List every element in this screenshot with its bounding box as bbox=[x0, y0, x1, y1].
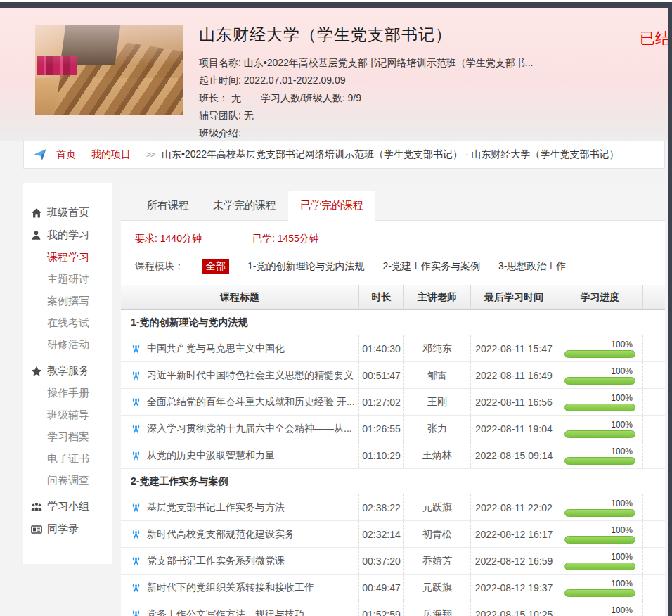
sidebar-item-label: 电子证书 bbox=[47, 452, 89, 464]
course-last-time: 2022-08-15 09:14 bbox=[470, 442, 557, 468]
course-last-time: 2022-08-15 10:25 bbox=[470, 601, 557, 616]
course-duration: 01:27:02 bbox=[358, 389, 403, 415]
module-filter-item-2[interactable]: 2-党建工作实务与案例 bbox=[382, 260, 479, 273]
course-title-link[interactable]: 新时代下的党组织关系转接和接收工作 bbox=[121, 575, 358, 601]
col-duration: 时长 bbox=[358, 285, 403, 309]
tab-unfinished-courses[interactable]: 未学完的课程 bbox=[201, 191, 288, 220]
course-title-link[interactable]: 党支部书记工作实务系列微党课 bbox=[121, 548, 358, 574]
breadcrumb-myprojects-link[interactable]: 我的项目 bbox=[91, 148, 131, 161]
col-last-time: 最后学习时间 bbox=[470, 285, 557, 309]
course-row: 习近平新时代中国特色社会主义思想的精髓要义00:51:47郇雷2022-08-1… bbox=[121, 362, 665, 389]
class-info-line: 班长： 无 学习人数/班级人数: 9/9 bbox=[199, 89, 595, 107]
sidebar-item-classmates[interactable]: 同学录 bbox=[23, 522, 112, 536]
course-teacher: 王刚 bbox=[403, 389, 470, 415]
course-title-link[interactable]: 基层党支部书记工作实务与方法 bbox=[121, 494, 358, 520]
sidebar-item-label: 学习档案 bbox=[47, 430, 89, 442]
course-duration: 01:52:59 bbox=[358, 601, 403, 616]
progress-percent: 100% bbox=[564, 526, 633, 535]
progress-percent: 100% bbox=[564, 499, 633, 508]
sidebar-item-class-home[interactable]: 班级首页 bbox=[23, 206, 112, 219]
sidebar-item-study-archive[interactable]: 学习档案 bbox=[23, 425, 112, 447]
course-title-link[interactable]: 深入学习贯彻党的十九届六中全会精神——从... bbox=[121, 416, 358, 442]
course-teacher: 元跃旗 bbox=[403, 575, 470, 601]
breadcrumb-trail[interactable]: 山东•2022年高校基层党支部书记网络培训示范班（学生党支部书记） · 山东财经… bbox=[162, 148, 619, 161]
breadcrumb: 首页 我的项目 >> 山东•2022年高校基层党支部书记网络培训示范班（学生党支… bbox=[23, 141, 665, 169]
sidebar-item-my-learning[interactable]: 我的学习 bbox=[23, 229, 112, 242]
tab-finished-courses[interactable]: 已学完的课程 bbox=[288, 191, 375, 221]
broadcast-tower-icon bbox=[131, 556, 141, 566]
tab-all-courses[interactable]: 所有课程 bbox=[135, 191, 201, 220]
broadcast-tower-icon bbox=[131, 397, 141, 407]
sidebar-item-case-writing[interactable]: 案例撰写 bbox=[23, 290, 112, 312]
sidebar-item-study-group[interactable]: 学习小组 bbox=[23, 500, 112, 513]
course-title-text: 从党的历史中汲取智慧和力量 bbox=[147, 449, 275, 462]
course-duration: 00:51:47 bbox=[358, 362, 403, 388]
broadcast-tower-icon bbox=[131, 609, 141, 616]
sidebar-item-class-tutoring[interactable]: 班级辅导 bbox=[23, 404, 112, 425]
study-stats: 要求: 1440分钟 已学: 1455分钟 bbox=[121, 221, 665, 250]
progress-percent: 100% bbox=[564, 579, 633, 589]
course-last-time: 2022-08-11 16:49 bbox=[470, 362, 557, 388]
course-row: 全面总结党的百年奋斗重大成就和历史经验 开...01:27:02王刚2022-0… bbox=[121, 389, 665, 416]
course-title-link[interactable]: 习近平新时代中国特色社会主义思想的精髓要义 bbox=[121, 362, 358, 388]
sidebar-item-operation-manual[interactable]: 操作手册 bbox=[23, 382, 112, 404]
course-last-time: 2022-08-11 16:56 bbox=[470, 389, 557, 415]
module-filter-item-1[interactable]: 1-党的创新理论与党内法规 bbox=[247, 260, 364, 273]
course-teacher: 郇雷 bbox=[403, 362, 470, 388]
course-progress: 100% bbox=[557, 521, 642, 547]
progress-bar bbox=[564, 377, 635, 385]
course-title-text: 党支部书记工作实务系列微党课 bbox=[147, 555, 285, 567]
sidebar-item-online-exam[interactable]: 在线考试 bbox=[23, 312, 112, 333]
course-title-text: 新时代下的党组织关系转接和接收工作 bbox=[147, 582, 314, 594]
course-title-link[interactable]: 中国共产党与马克思主义中国化 bbox=[121, 335, 358, 361]
course-teacher: 邓纯东 bbox=[403, 335, 470, 361]
course-progress: 100% bbox=[557, 362, 642, 388]
sidebar-item-training-activity[interactable]: 研修活动 bbox=[23, 333, 112, 355]
class-info: 山东财经大学（学生党支部书记） 项目名称: 山东•2022年高校基层党支部书记网… bbox=[199, 24, 595, 141]
progress-bar bbox=[564, 430, 635, 438]
sidebar-item-label: 主题研讨 bbox=[47, 273, 89, 285]
module-filter-item-3[interactable]: 3-思想政治工作 bbox=[498, 260, 566, 273]
sidebar-item-label: 问卷调查 bbox=[47, 474, 89, 486]
progress-bar bbox=[564, 404, 635, 411]
broadcast-tower-icon bbox=[131, 582, 141, 593]
progress-bar bbox=[564, 457, 635, 465]
course-title-text: 全面总结党的百年奋斗重大成就和历史经验 开... bbox=[147, 396, 355, 409]
course-title-link[interactable]: 从党的历史中汲取智慧和力量 bbox=[121, 442, 358, 468]
sidebar-item-teaching-service[interactable]: 教学服务 bbox=[23, 364, 112, 378]
sidebar-item-label: 同学录 bbox=[47, 522, 79, 536]
module-filter-label: 课程模块： bbox=[135, 260, 184, 273]
progress-percent: 100% bbox=[564, 553, 633, 562]
table-header: 课程标题 时长 主讲老师 最后学习时间 学习进度 bbox=[121, 285, 665, 310]
sidebar-item-questionnaire[interactable]: 问卷调查 bbox=[23, 469, 112, 491]
progress-percent: 100% bbox=[564, 447, 633, 456]
home-icon bbox=[31, 207, 42, 219]
course-progress: 100% bbox=[557, 416, 642, 442]
breadcrumb-home-link[interactable]: 首页 bbox=[56, 148, 76, 161]
module-filter-all[interactable]: 全部 bbox=[202, 259, 229, 274]
window-top-bar bbox=[0, 2, 672, 8]
course-progress: 100% bbox=[557, 442, 642, 468]
sidebar-item-label: 班级辅导 bbox=[47, 409, 89, 421]
course-tabs: 所有课程未学完的课程已学完的课程 bbox=[121, 183, 665, 221]
course-title-link[interactable]: 党务工作公文写作方法、规律与技巧 bbox=[121, 601, 358, 616]
course-title-text: 深入学习贯彻党的十九届六中全会精神——从... bbox=[147, 423, 352, 435]
class-info-lines: 项目名称: 山东•2022年高校基层党支部书记网络培训示范班（学生党支部书...… bbox=[199, 54, 595, 141]
course-title-link[interactable]: 全面总结党的百年奋斗重大成就和历史经验 开... bbox=[121, 389, 358, 415]
course-teacher: 初青松 bbox=[403, 521, 470, 547]
course-group-header: 2-党建工作实务与案例 bbox=[121, 469, 665, 494]
class-info-line: 辅导团队: 无 bbox=[199, 107, 595, 124]
sidebar-item-e-certificate[interactable]: 电子证书 bbox=[23, 447, 112, 469]
sidebar-item-topic-discussion[interactable]: 主题研讨 bbox=[23, 268, 112, 290]
sidebar-item-label: 在线考试 bbox=[47, 316, 89, 328]
course-last-time: 2022-08-11 19:04 bbox=[470, 416, 557, 442]
course-progress: 100% bbox=[557, 335, 642, 361]
course-last-time: 2022-08-12 19:37 bbox=[470, 575, 557, 601]
course-title-link[interactable]: 新时代高校党支部规范化建设实务 bbox=[121, 521, 358, 547]
course-title-text: 习近平新时代中国特色社会主义思想的精髓要义 bbox=[147, 369, 354, 382]
class-info-line: 项目名称: 山东•2022年高校基层党支部书记网络培训示范班（学生党支部书... bbox=[199, 54, 595, 72]
class-info-line: 起止时间: 2022.07.01-2022.09.09 bbox=[199, 72, 595, 89]
sidebar-item-course-study[interactable]: 课程学习 bbox=[23, 246, 112, 268]
course-row: 中国共产党与马克思主义中国化01:40:30邓纯东2022-08-11 15:4… bbox=[121, 335, 665, 362]
group-icon bbox=[31, 501, 42, 513]
